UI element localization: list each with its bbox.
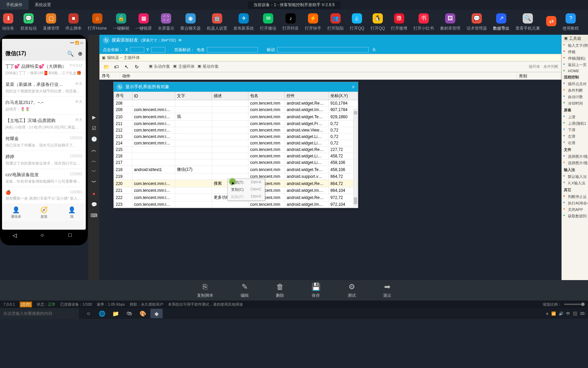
toolbox-item[interactable]: 右滑 — [562, 140, 588, 146]
chat-item[interactable]: czz电脑设备批发1月28日老板，年前有准备增加电脑吗？公司需要增加… — [2, 169, 86, 187]
toolbox-item[interactable]: 上滑(随机1 — [562, 120, 588, 127]
task-edge[interactable]: 🌐 — [96, 309, 108, 318]
tool-18[interactable]: 书打开小红书 — [413, 13, 434, 31]
toolbox-item[interactable]: 停顿(随机) — [562, 55, 588, 62]
toolbox-item[interactable]: 选择图片/视 — [562, 160, 588, 166]
tool-21[interactable]: ↗数据导出 — [493, 13, 509, 31]
taskbar-search[interactable]: 在这里输入你要搜索的内容 — [0, 308, 79, 319]
page-id-input[interactable] — [207, 47, 258, 52]
toolbox-item[interactable]: 冷却时间 — [562, 100, 588, 107]
chat-item[interactable]: 菜菜（新媒体，承接各行业广告…昨天我的这个视频想参加火锅节的比赛，但还差20… — [2, 79, 86, 97]
tray-icon[interactable]: ⬛ — [573, 311, 577, 316]
action-保存[interactable]: 💾保存 — [311, 282, 321, 298]
search-icon[interactable]: 🔍 — [67, 50, 74, 57]
action-复制脚本[interactable]: ⎘复制脚本 — [197, 282, 213, 298]
ctx-item[interactable]: 粘贴(P)Ctrl+V — [228, 193, 265, 200]
task-store[interactable]: 🛍 — [123, 309, 135, 318]
table-row[interactable]: 217com.tencent.mmandroid.widget.Li…458,1… — [114, 159, 358, 166]
table-row[interactable]: 209com.tencent.mm:i…com.tencent.mmandroi… — [114, 107, 358, 113]
et-tag[interactable]: 🏷 — [112, 62, 121, 71]
side-up2[interactable]: ︽ — [90, 146, 98, 154]
table-header[interactable]: 序号 — [114, 92, 132, 100]
mark-input[interactable] — [277, 47, 369, 52]
table-header[interactable]: 描述 — [212, 92, 248, 100]
tool-17[interactable]: 微打开微博 — [391, 13, 407, 31]
tool-1[interactable]: 💬群发短信 — [20, 13, 37, 31]
phone-screen[interactable]: ••• 📶 ▭ 微信(17) 🔍 ⊕ 丁丁💕 品牌特卖💕（大牌购）下午3:12[… — [2, 39, 86, 230]
tool-22[interactable]: 🔍查看手机元素 — [516, 13, 540, 31]
tab-me[interactable]: 👤我 — [58, 204, 86, 221]
tool-3[interactable]: ■停止脚本 — [65, 13, 82, 31]
tool-7[interactable]: ⛶全屏显示 — [158, 13, 174, 31]
et-cond[interactable]: 条件判断 — [543, 64, 558, 69]
side-keyboard[interactable]: ⌨ — [90, 211, 98, 219]
tool-4[interactable]: ⌂打开Home — [88, 13, 107, 31]
et-tail[interactable]: ▣ 尾动作集 — [197, 64, 219, 70]
chat-item[interactable]: 丁丁💕 品牌特卖💕（大牌购）下午3:12[306条] 丁丁：领券189🧧有6瓶，… — [2, 61, 86, 79]
table-header[interactable]: 控件 — [285, 92, 329, 100]
action-删除[interactable]: 🗑删除 — [276, 282, 284, 298]
toolbox-item[interactable]: 循环点击对 — [562, 81, 588, 87]
close-icon[interactable]: ✕ — [352, 85, 355, 90]
action-测试[interactable]: ⚙测试 — [348, 282, 356, 298]
tool-9[interactable]: 🤖机器人设置 — [207, 13, 227, 31]
scrollbar[interactable] — [353, 109, 357, 206]
tool-12[interactable]: ♪打开抖音 — [282, 13, 299, 31]
toolbox-item[interactable]: 返回上一页 — [562, 62, 588, 68]
side-up1[interactable]: ︿ — [90, 157, 98, 165]
tool-24[interactable]: ?使用教程 — [562, 13, 579, 31]
toolbox-item[interactable]: 执行ADB命令 — [562, 200, 588, 206]
side-dn2[interactable]: ︾ — [90, 179, 98, 187]
tool-16[interactable]: 🐧打开QQ — [371, 13, 385, 31]
table-row[interactable]: 212com.tencent.mm:i…com.tencent.mmandroi… — [114, 127, 358, 134]
toolbox-item[interactable]: 关闭APP — [562, 206, 588, 213]
toolbox-item[interactable]: 左滑 — [562, 133, 588, 140]
tool-15[interactable]: 💧打开QQ — [350, 13, 364, 31]
chat-item[interactable]: 白马名鼠2517。~.~昨天赵艳芳：🌷🌷 — [2, 97, 86, 115]
table-header[interactable]: 坐标(X,Y) — [329, 92, 358, 100]
table-row[interactable]: 214com.tencent.mm:i…com.tencent.mmandroi… — [114, 140, 358, 147]
side-play[interactable]: ▶ — [90, 113, 98, 121]
refresh-icon[interactable]: ↻ — [103, 37, 110, 44]
tool-2[interactable]: ▢直播管理 — [43, 13, 59, 31]
table-row[interactable]: 208com.tencent.mmandroid.widget.Re…910,1… — [114, 100, 358, 107]
toolbox-item[interactable]: 输入文字(附 — [562, 42, 588, 49]
nav-back[interactable]: ◁ — [13, 232, 19, 239]
tray-icon[interactable]: ∧ — [546, 311, 549, 316]
tool-23[interactable]: ⇄ — [546, 16, 556, 28]
table-header[interactable]: ID — [132, 92, 175, 100]
tool-5[interactable]: 🔓一键解锁 — [113, 13, 129, 31]
tool-10[interactable]: ✈发布新系统 — [233, 13, 254, 31]
toolbox-item[interactable]: 下滑 — [562, 127, 588, 133]
tool-11[interactable]: ✉打开微信 — [260, 13, 276, 31]
chat-item[interactable]: 🍎1月28日朋友圈第一条 滴滴打车新平台"花小猪" 新人… — [2, 187, 86, 204]
toolbox-item[interactable]: 判断停止运 — [562, 194, 588, 200]
chat-item[interactable]: 【土地工】滨城-品质团购昨天[4条] 小助理：[小程序] [¥628.00] 阿… — [2, 115, 86, 133]
et-folder[interactable]: 📁 — [102, 62, 111, 71]
action-编辑[interactable]: ✎编辑 — [241, 282, 249, 298]
table-row[interactable]: 218android:id/text1微信(17)com.tencent.mma… — [114, 166, 358, 173]
side-dn1[interactable]: ﹀ — [90, 168, 98, 176]
nav-home[interactable]: ○ — [40, 232, 47, 239]
copy-icon[interactable]: ⎘ — [373, 47, 375, 52]
zoom-slider[interactable] — [564, 304, 585, 305]
table-row[interactable]: 210com.tencent.mm:i…我com.tencent.mmandro… — [114, 113, 358, 121]
toolbox-item[interactable]: 默认输入法 — [562, 173, 588, 180]
et-head[interactable]: ▣ 头动作集 — [149, 64, 170, 70]
toolbox-item[interactable]: HOME — [562, 68, 588, 74]
tab-discover[interactable]: 🧭发现 — [30, 204, 58, 221]
et-reload[interactable]: ↻ — [132, 62, 141, 71]
toolbox-item[interactable]: 条件判断 — [562, 87, 588, 94]
table-row[interactable]: 213com.tencent.mm:i…com.tencent.mmandroi… — [114, 134, 358, 140]
tray-icon[interactable]: 📶 — [551, 311, 556, 316]
table-header[interactable]: 包名 — [248, 92, 284, 100]
tab-contacts[interactable]: 👤通讯录 — [2, 204, 30, 221]
tool-20[interactable]: 💬话术管理器 — [467, 13, 487, 31]
table-row[interactable]: 223com.tencent.mm:i…com.tencent.mmandroi… — [114, 201, 358, 208]
tool-6[interactable]: ▦一键锁屏 — [135, 13, 152, 31]
toolbox-item[interactable]: 选择图片/视 — [562, 153, 588, 160]
chat-item[interactable]: 何耀金1月31日你已添加了何耀金，现在可以开始聊天了。 — [2, 133, 86, 151]
toolbox-item[interactable]: 获取数据到 — [562, 213, 588, 219]
ctx-item[interactable]: 复制(C)Ctrl+C — [228, 186, 265, 193]
tool-0[interactable]: ⬇动任务 — [2, 13, 14, 31]
